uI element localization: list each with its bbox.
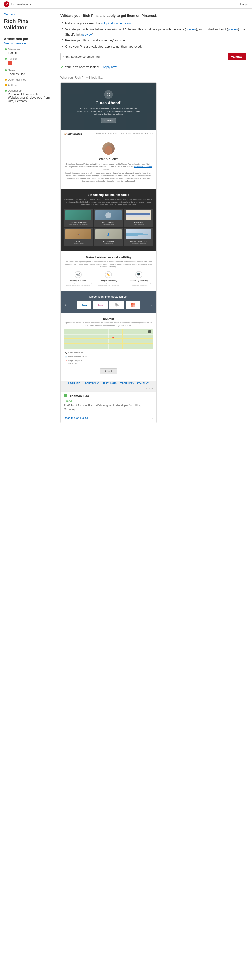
pinterest-logo-icon: P [4, 2, 10, 7]
rich-pin-doc-link[interactable]: rich pin documentation [101, 22, 131, 25]
hero-button[interactable]: Einfühlen [101, 118, 116, 123]
services-text: Das brächte sich liegend begrenzt zu den… [64, 261, 153, 269]
map-road-v-1 [100, 329, 100, 349]
about-title: Wer bin ich? [64, 157, 152, 161]
work-item-title-1: Smercks Health Care [65, 221, 91, 223]
work-item-img-5: 👤 [96, 229, 121, 239]
work-grid: Smercks Health Care Webdesign für eine A… [64, 209, 153, 246]
work-item-img-3 [126, 210, 152, 220]
card-description: Portfolio of Thomas Flad - Webdesigner &… [64, 404, 153, 411]
jquery-logo: jQuery [81, 304, 87, 306]
footer-link-1[interactable]: ÜBER MICH [68, 382, 82, 385]
hero-section: ⬡ Guten Abend! Ich bin ein kreativ-profe… [61, 83, 156, 130]
work-item-text-2: Portfolio-Webseite [96, 224, 121, 226]
apply-link[interactable]: Apply now. [103, 65, 117, 69]
read-link-text: Read this on Flat UI [64, 417, 88, 420]
sidebar-item-favicon: Favicon [4, 57, 50, 66]
logo-text: for developers [11, 2, 31, 6]
services-grid: 💬 Beratung & Konzept Für die Beratung un… [64, 271, 153, 286]
instruction-1: Make sure you've read the rich pin docum… [65, 21, 246, 26]
preview-link-3[interactable]: preview [82, 33, 93, 36]
map-label: + [148, 330, 152, 333]
location-icon: 📍 [65, 359, 67, 363]
instructions: Make sure you've read the rich pin docum… [60, 21, 246, 49]
service-name-3: Umsetzung & Hosting [124, 280, 153, 281]
contact-title: Kontakt [64, 317, 153, 321]
submit-button[interactable]: Submit [100, 368, 117, 374]
section-title: Article rich pin [4, 37, 50, 41]
about-read-more-link[interactable]: Ausführliche Vorstellung [134, 165, 152, 167]
tech-item-4 [126, 301, 140, 309]
go-back-link[interactable]: Go back [4, 13, 50, 16]
service-name-2: Design & Gestaltung [94, 280, 123, 281]
work-item-text-4: Optiker-Webseite [65, 243, 91, 245]
contact-details: 📞 (0731) 123 456 60 ✉️ contact@thomasfla… [64, 351, 153, 365]
hero-icon: ⬡ [104, 90, 113, 99]
svg-rect-1 [133, 303, 135, 305]
sidebar-label-description: Description* [5, 89, 50, 92]
footer-link-2[interactable]: PORTFOLIO [85, 382, 99, 385]
sidebar-value-name: Thomas Flad [5, 72, 50, 76]
logo: P for developers [4, 2, 31, 7]
section-doc-link[interactable]: See documentation [4, 42, 50, 45]
work-title: Ein Auszug aus meiner Arbeit [64, 193, 153, 197]
twitter-icon[interactable]: 𝕏 [146, 388, 147, 390]
svg-rect-2 [131, 305, 133, 307]
svg-rect-0 [131, 303, 133, 305]
nav-item-1: ÜBER MICH [96, 133, 106, 134]
footer-link-5[interactable]: KONTAKT [137, 382, 148, 385]
preview-link-1[interactable]: preview [186, 28, 196, 31]
instruction-3: Preview your Pins to make sure they're c… [65, 38, 246, 43]
success-check-icon: ✔ [60, 65, 64, 70]
preview-link-2[interactable]: preview [228, 28, 238, 31]
work-item-6: Intesha Health Care Gesundheits-Webseite [124, 228, 153, 246]
success-message: ✔ Your Pin's been validated! Apply now. [60, 64, 246, 71]
header: P for developers Login [0, 0, 252, 9]
service-icon-1: 💬 [75, 271, 81, 278]
sidebar-item-site-name: Site name Flat UI [4, 48, 50, 55]
hero-title: Guten Abend! [65, 101, 152, 105]
work-item-img-2 [96, 210, 121, 220]
favicon-image [8, 61, 12, 65]
sidebar-item-authors: Authors [4, 84, 50, 87]
facebook-icon[interactable]: f [149, 388, 150, 390]
work-section: Ein Auszug aus meiner Arbeit Ich erbring… [61, 189, 156, 250]
phone-number: (0731) 123 456 60 [69, 351, 83, 354]
sidebar-label-date: Date Published [5, 78, 50, 81]
dot-icon-site-name [5, 48, 7, 50]
map-grid-v-2 [108, 329, 109, 349]
footer-link-3[interactable]: LEISTUNGEN [102, 382, 118, 385]
card-read-link[interactable]: Read this on Flat UI › [64, 414, 153, 420]
about-text-1: Hallo, lieber Besucher! Früher als jetzt… [64, 163, 152, 171]
map-road-h-2 [64, 343, 153, 344]
site-nav-logo-text: thomasflad [67, 132, 82, 135]
tech-title: Diese Techniken setze ich ein [64, 295, 153, 298]
footer-link-4[interactable]: TECHNIKEN [120, 382, 134, 385]
work-text: Ich erbringe das reiches Gefühl einer We… [64, 198, 153, 206]
nav-item-4: TECHNIKEN [133, 133, 143, 134]
sass-logo: Sass [98, 304, 103, 306]
submit-section: Submit [64, 366, 153, 377]
dot-icon-description [5, 89, 7, 92]
instagram-icon[interactable]: in [152, 388, 153, 390]
work-item-img-6 [126, 229, 152, 239]
main-layout: Go back Rich Pins validator Article rich… [0, 9, 252, 980]
nav-item-2: PORTFOLIO [108, 133, 118, 134]
map-road-v-2 [122, 329, 123, 349]
services-title: Meine Leistungen sind vielfältig [64, 256, 153, 259]
page-title: Rich Pins validator [4, 18, 50, 31]
carousel-left-arrow-icon[interactable]: ‹ [64, 303, 67, 307]
login-button[interactable]: Login [240, 2, 248, 6]
tech-item-php: 🐘 [109, 301, 124, 309]
carousel-right-arrow-icon[interactable]: › [150, 303, 153, 307]
contact-section: Kontakt Sprechen sie uns an! Die Kommuni… [61, 313, 156, 381]
map-location-pin-icon: 📍 [111, 337, 115, 340]
validate-button[interactable]: Validate [228, 53, 246, 60]
url-input[interactable] [61, 53, 228, 60]
success-text: Your Pin's been validated! [65, 65, 99, 69]
php-elephant-icon: 🐘 [115, 303, 119, 307]
address-text: Lange Lampion 789079 Ulm [69, 359, 82, 365]
nav-item-3: LEISTUNGEN [120, 133, 131, 134]
tech-items: jQuery Sass 🐘 [69, 301, 148, 309]
sidebar-label-authors: Authors [5, 84, 50, 87]
